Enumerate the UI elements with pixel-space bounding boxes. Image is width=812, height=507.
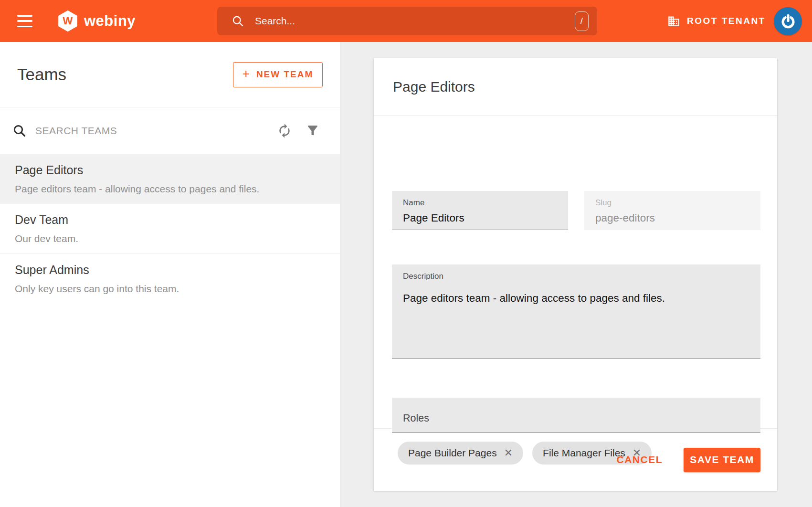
roles-field-label: Roles — [403, 412, 429, 424]
team-name: Dev Team — [15, 213, 325, 227]
search-icon — [232, 15, 244, 28]
webiny-admin-app: W webiny / ROOT TENANT — [0, 0, 812, 507]
team-name: Super Admins — [15, 263, 325, 277]
team-name: Page Editors — [15, 163, 325, 177]
refresh-button[interactable] — [277, 123, 292, 138]
filter-funnel-icon — [306, 123, 320, 137]
roles-field[interactable]: Roles — [392, 398, 760, 433]
power-gravatar-icon — [780, 13, 797, 30]
hamburger-menu-icon[interactable] — [17, 15, 32, 27]
form-footer: CANCEL SAVE TEAM — [374, 428, 777, 491]
team-list-item-page-editors[interactable]: Page Editors Page editors team - allowin… — [0, 154, 340, 204]
team-description: Our dev team. — [15, 233, 325, 244]
description-field-label: Description — [403, 272, 749, 281]
tenant-name: ROOT TENANT — [687, 16, 766, 26]
team-form-card: Page Editors Name Slug Description Page … — [374, 58, 777, 491]
new-team-button-label: NEW TEAM — [256, 69, 313, 80]
webiny-logo[interactable]: W webiny — [57, 0, 136, 42]
plus-icon: + — [243, 66, 251, 81]
name-input[interactable] — [403, 212, 557, 224]
global-search-input[interactable] — [255, 15, 575, 27]
page-title: Teams — [17, 65, 66, 84]
top-app-bar: W webiny / ROOT TENANT — [0, 0, 812, 42]
description-field: Description Page editors team - allowing… — [392, 264, 760, 359]
form-title: Page Editors — [393, 79, 475, 95]
search-icon — [12, 124, 27, 138]
team-description: Page editors team - allowing access to p… — [15, 183, 325, 195]
user-avatar[interactable] — [774, 7, 802, 35]
new-team-button[interactable]: + NEW TEAM — [233, 62, 323, 87]
slug-input — [595, 212, 749, 224]
slash-shortcut-badge: / — [575, 11, 589, 31]
refresh-icon — [277, 123, 292, 138]
description-textarea[interactable]: Page editors team - allowing access to p… — [403, 291, 749, 353]
slug-field: Slug — [584, 191, 760, 230]
slug-field-label: Slug — [595, 198, 749, 208]
team-description: Only key users can go into this team. — [15, 283, 325, 295]
building-icon — [667, 15, 680, 28]
global-search-bar: / — [217, 7, 597, 35]
cancel-button[interactable]: CANCEL — [610, 449, 670, 470]
team-list-item-super-admins[interactable]: Super Admins Only key users can go into … — [0, 254, 340, 303]
tenant-selector[interactable]: ROOT TENANT — [667, 0, 766, 42]
name-field: Name — [392, 191, 568, 230]
team-details-panel: Page Editors Name Slug Description Page … — [341, 42, 812, 507]
filter-button[interactable] — [306, 123, 320, 137]
teams-list-header: Teams + NEW TEAM — [0, 42, 340, 107]
teams-search-bar — [0, 107, 340, 154]
teams-list: Page Editors Page editors team - allowin… — [0, 154, 340, 303]
form-header: Page Editors — [374, 58, 777, 116]
team-list-item-dev-team[interactable]: Dev Team Our dev team. — [0, 204, 340, 254]
name-field-label: Name — [403, 198, 557, 208]
teams-list-panel: Teams + NEW TEAM — [0, 42, 340, 507]
webiny-hexagon-icon: W — [57, 11, 78, 32]
save-team-button[interactable]: SAVE TEAM — [684, 448, 760, 472]
svg-text:W: W — [63, 15, 73, 27]
brand-wordmark: webiny — [84, 0, 136, 42]
